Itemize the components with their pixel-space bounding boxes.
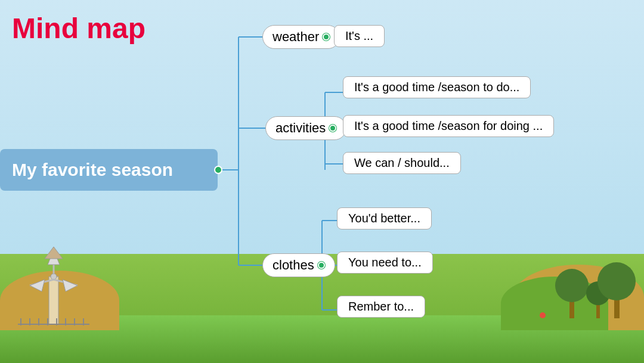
page-title: Mind map: [12, 12, 145, 45]
leaf-weather-1: It's ...: [334, 25, 385, 47]
branch-weather-dot: [323, 33, 330, 41]
leaf-weather-1-label: It's ...: [345, 29, 373, 42]
leaf-clothes-3-label: Rember to...: [348, 300, 414, 313]
branch-activities-label: activities: [275, 120, 326, 136]
branch-activities: activities: [265, 116, 346, 140]
svg-point-24: [540, 312, 546, 318]
svg-marker-16: [30, 280, 45, 291]
branch-activities-dot: [329, 125, 336, 132]
leaf-activities-1-label: It's a good time /season to do...: [354, 80, 519, 94]
leaf-clothes-2: You need to...: [337, 252, 433, 274]
windmill-icon: [12, 241, 95, 330]
leaf-activities-3-label: We can / should...: [354, 156, 450, 169]
branch-clothes-label: clothes: [273, 257, 314, 273]
central-node: My favorite season: [0, 149, 218, 191]
trees-icon: [519, 241, 638, 330]
central-dot: [214, 166, 222, 174]
branch-weather: weather: [262, 25, 340, 49]
leaf-activities-2: It's a good time /season for doing ...: [343, 115, 554, 137]
leaf-clothes-2-label: You need to...: [348, 256, 422, 269]
leaf-clothes-1-label: You'd better...: [348, 212, 420, 225]
leaf-activities-3: We can / should...: [343, 152, 461, 174]
svg-marker-14: [63, 280, 78, 291]
svg-point-23: [597, 262, 636, 300]
leaf-activities-2-label: It's a good time /season for doing ...: [354, 119, 543, 132]
leaf-clothes-1: You'd better...: [337, 207, 432, 229]
svg-point-19: [555, 269, 589, 302]
branch-clothes-dot: [318, 262, 325, 269]
leaf-activities-1: It's a good time /season to do...: [343, 76, 531, 98]
svg-rect-0: [49, 277, 58, 324]
svg-marker-17: [45, 247, 63, 259]
branch-weather-label: weather: [273, 29, 319, 45]
leaf-clothes-3: Rember to...: [337, 296, 425, 318]
central-node-label: My favorite season: [12, 160, 173, 180]
branch-clothes: clothes: [262, 253, 335, 277]
svg-point-10: [51, 274, 57, 280]
